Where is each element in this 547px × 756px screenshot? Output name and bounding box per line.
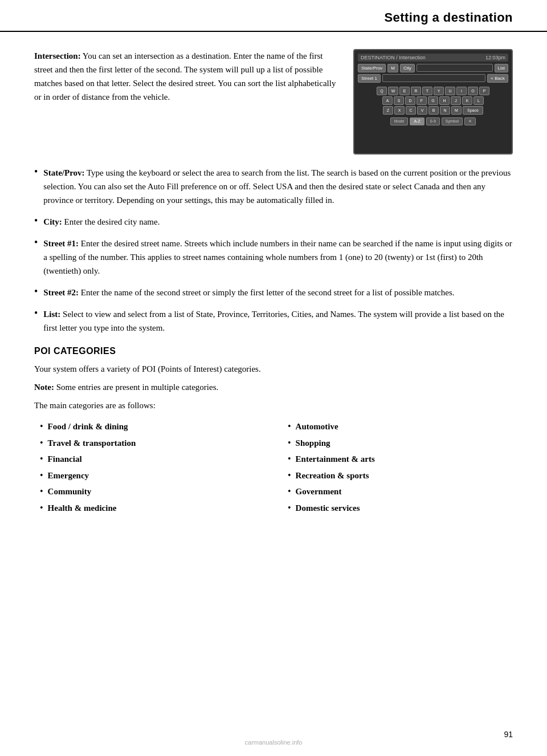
list-item: • Food / drink & dining [40, 420, 265, 433]
nav-list-btn: List [495, 64, 508, 72]
poi-item-text: Food / drink & dining [48, 420, 128, 433]
poi-desc-text: Your system offers a variety of POI (Poi… [34, 364, 261, 373]
poi-bullet: • [40, 469, 43, 482]
list-item: • Travel & transportation [40, 437, 265, 450]
nav-street1-field [382, 74, 485, 82]
poi-item-text: Government [296, 485, 342, 498]
list-item: • Domestic services [288, 502, 513, 515]
nav-title-bar: DESTINATION / Intersection 12:03pm [358, 54, 508, 62]
poi-columns: • Food / drink & dining • Travel & trans… [34, 420, 513, 518]
nav-input-row-1: State/Prov M City List [358, 64, 508, 72]
poi-bullet: • [288, 437, 291, 449]
poi-left-column: • Food / drink & dining • Travel & trans… [40, 420, 265, 518]
list-item: • Shopping [288, 437, 513, 450]
nav-street1-btn: Street 1 [358, 74, 381, 83]
bullet-text-3: Street #1: Enter the desired street name… [43, 237, 513, 278]
poi-heading: POI CATEGORIES [34, 346, 513, 356]
nav-key-row-1: Q W E R T Y U I O P [358, 87, 508, 95]
poi-bullet: • [288, 469, 291, 482]
poi-item-text: Travel & transportation [48, 437, 136, 450]
poi-bullet: • [288, 453, 291, 465]
poi-item-text: Domestic services [296, 502, 360, 515]
bullet-label-3: Street #1: [43, 239, 79, 248]
poi-note-label: Note: [34, 383, 54, 392]
list-item: • Entertainment & arts [288, 453, 513, 466]
nav-title: DESTINATION / Intersection [361, 55, 426, 60]
bullet-section: • State/Prov: Type using the keyboard or… [34, 166, 513, 335]
nav-screen-image: DESTINATION / Intersection 12:03pm State… [353, 49, 513, 155]
poi-bullet: • [40, 437, 43, 449]
poi-right-column: • Automotive • Shopping • Entertainment … [288, 420, 513, 518]
bullet-dot-2: • [34, 214, 38, 228]
top-section: Intersection: You can set an intersectio… [34, 49, 513, 155]
nav-input-row-2: Street 1 < Back [358, 74, 508, 83]
list-item: • Emergency [40, 469, 265, 482]
nav-back-btn: < Back [487, 74, 508, 83]
list-item: • Health & medicine [40, 502, 265, 515]
poi-bullet: • [40, 485, 43, 498]
intro-text: Intersection: You can set an intersectio… [34, 49, 336, 155]
bullet-text-4: Street #2: Enter the name of the second … [43, 286, 454, 299]
list-item: • Government [288, 485, 513, 498]
intersection-label: Intersection: [34, 51, 81, 60]
bullet-text-2: City: Enter the desired city name. [43, 215, 160, 229]
poi-bullet: • [40, 502, 43, 514]
poi-item-text: Health & medicine [48, 502, 117, 515]
bullet-text-1: State/Prov: Type using the keyboard or s… [43, 166, 513, 207]
bullet-item-street2: • Street #2: Enter the name of the secon… [34, 286, 513, 299]
header-bar: Setting a destination [0, 0, 547, 32]
bullet-label-1: State/Prov: [43, 168, 84, 177]
nav-key-row-3: Z X C V B N M Space [358, 106, 508, 115]
bullet-item-street1: • Street #1: Enter the desired street na… [34, 237, 513, 278]
page-number: 91 [504, 730, 513, 739]
poi-item-text: Community [48, 485, 92, 498]
bullet-text-5: List: Select to view and select from a l… [43, 307, 513, 335]
poi-item-text: Automotive [296, 420, 338, 433]
bullet-label-2: City: [43, 217, 62, 226]
poi-bullet: • [288, 485, 291, 498]
poi-bullet: • [40, 420, 43, 433]
bullet-item-stateprov: • State/Prov: Type using the keyboard or… [34, 166, 513, 207]
nav-time: 12:03pm [485, 55, 505, 60]
nav-city-field [417, 64, 493, 72]
page-title: Setting a destination [384, 10, 513, 25]
list-item: • Community [40, 485, 265, 498]
poi-bullet: • [288, 502, 291, 514]
bullet-dot-5: • [34, 306, 38, 320]
bullet-label-5: List: [43, 310, 60, 319]
bullet-item-list: • List: Select to view and select from a… [34, 307, 513, 335]
list-item: • Financial [40, 453, 265, 466]
poi-intro: The main categories are as follows: [34, 399, 513, 412]
bullet-dot-3: • [34, 235, 38, 250]
poi-bullet: • [40, 453, 43, 465]
content-area: Intersection: You can set an intersectio… [0, 32, 547, 540]
page-container: Setting a destination Intersection: You … [0, 0, 547, 756]
nav-mode-row: Mode A-Z 0-9 Symbol ✕ [358, 117, 508, 125]
list-item: • Recreation & sports [288, 469, 513, 482]
nav-m-btn: M [387, 64, 398, 72]
poi-item-text: Entertainment & arts [296, 453, 375, 466]
poi-bullet: • [288, 420, 291, 433]
nav-key-row-2: A S D F G H J K L [358, 96, 508, 105]
nav-keyboard: Q W E R T Y U I O P A S D [358, 87, 508, 116]
poi-section: POI CATEGORIES Your system offers a vari… [34, 346, 513, 518]
poi-note-text: Some entries are present in multiple cat… [54, 383, 218, 392]
bullet-dot-1: • [34, 165, 38, 179]
poi-item-text: Financial [48, 453, 82, 466]
watermark: carmanualsoline.info [0, 739, 547, 746]
poi-item-text: Emergency [48, 469, 89, 482]
bullet-label-4: Street #2: [43, 288, 79, 297]
list-item: • Automotive [288, 420, 513, 433]
poi-item-text: Recreation & sports [296, 469, 369, 482]
poi-description-2: Note: Some entries are present in multip… [34, 380, 513, 394]
bullet-item-city: • City: Enter the desired city name. [34, 215, 513, 229]
poi-item-text: Shopping [296, 437, 330, 450]
nav-city-btn: City [400, 64, 415, 72]
poi-description-1: Your system offers a variety of POI (Poi… [34, 362, 513, 376]
bullet-dot-4: • [34, 284, 38, 299]
nav-state-btn: State/Prov [358, 64, 386, 72]
